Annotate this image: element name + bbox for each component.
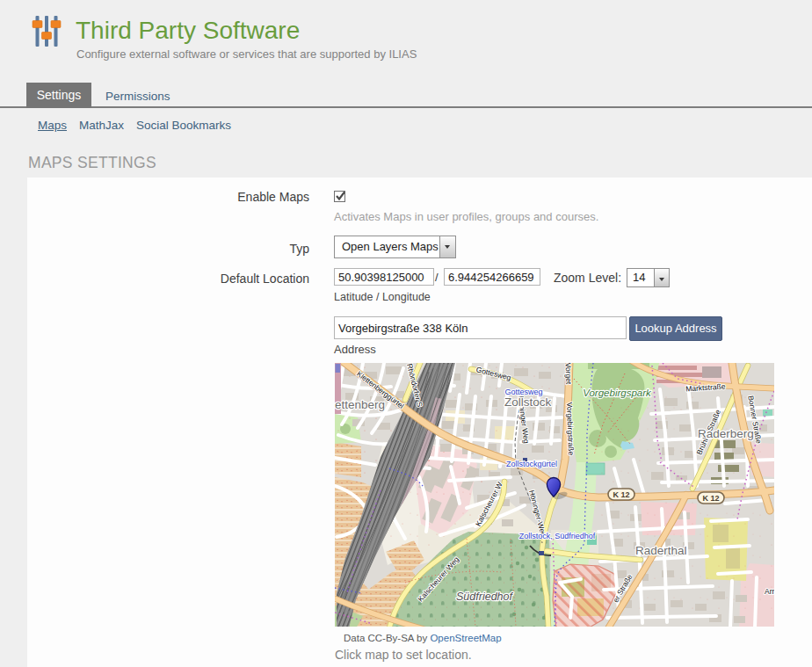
svg-text:K 12: K 12 — [702, 494, 719, 503]
svg-text:Vorgebirgspark: Vorgebirgspark — [583, 388, 652, 398]
svg-text:Südfriedhof: Südfriedhof — [456, 591, 513, 603]
svg-text:ettenberg: ettenberg — [335, 398, 385, 411]
svg-text:Arnolds: Arnolds — [765, 587, 774, 596]
svg-text:Zollstock, Südfriedhof: Zollstock, Südfriedhof — [519, 532, 596, 540]
svg-text:Vorget: Vorget — [564, 363, 574, 385]
svg-text:Raderthal: Raderthal — [635, 544, 687, 557]
svg-text:Zollstock: Zollstock — [504, 395, 552, 409]
svg-text:Raderberg: Raderberg — [698, 427, 754, 440]
svg-text:K 12: K 12 — [613, 490, 629, 499]
svg-text:Zollstockgürtel: Zollstockgürtel — [506, 460, 557, 468]
svg-text:Vorgebirgstraße: Vorgebirgstraße — [565, 402, 576, 455]
